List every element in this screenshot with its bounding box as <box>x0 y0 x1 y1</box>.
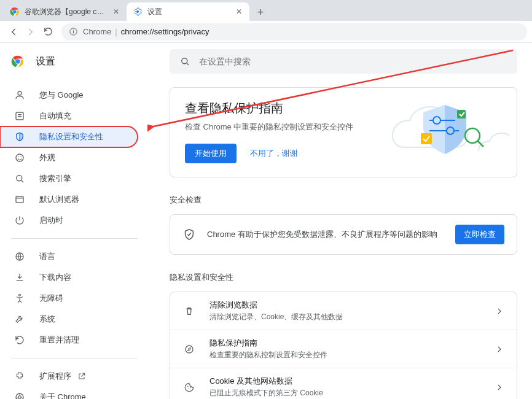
privacy-row-title: 隐私保护指南 <box>209 338 495 349</box>
chevron-right-icon <box>495 344 504 354</box>
sidebar-item-you-and-google[interactable]: 您与 Google <box>0 85 138 106</box>
wrench-icon <box>14 313 26 325</box>
privacy-guide-start-button[interactable]: 开始使用 <box>185 144 237 163</box>
svg-point-8 <box>18 91 22 95</box>
shield-icon <box>14 131 26 143</box>
privacy-row-subtitle: 清除浏览记录、Cookie、缓存及其他数据 <box>209 312 495 322</box>
svg-point-18 <box>18 396 22 399</box>
sidebar-separator <box>11 238 138 239</box>
shield-check-icon <box>182 228 196 241</box>
svg-point-25 <box>186 346 193 353</box>
privacy-guide-card: 查看隐私保护指南 检查 Chrome 中重要的隐私控制设置和安全控件 开始使用 … <box>170 87 517 177</box>
new-tab-button[interactable]: + <box>252 4 269 21</box>
external-link-icon <box>77 372 86 381</box>
sidebar-item-label: 无障碍 <box>39 293 63 304</box>
sidebar-item-on-startup[interactable]: 启动时 <box>0 210 138 231</box>
omnibox-separator: | <box>115 27 117 36</box>
search-icon <box>179 56 190 67</box>
sidebar-separator <box>11 358 138 358</box>
safety-section-label: 安全检查 <box>170 195 517 206</box>
svg-point-19 <box>182 58 187 64</box>
privacy-guide-dismiss-button[interactable]: 不用了，谢谢 <box>244 144 304 163</box>
person-icon <box>14 89 26 101</box>
svg-point-11 <box>18 157 19 158</box>
site-info-icon[interactable] <box>69 27 78 36</box>
tab-strip: 谷歌浏览器【google chrome】 ✕ 设置 ✕ + <box>0 0 532 21</box>
tab-title: 设置 <box>147 7 231 17</box>
svg-rect-22 <box>457 110 466 118</box>
svg-rect-23 <box>421 133 432 144</box>
appearance-icon <box>14 152 26 164</box>
chrome-outline-icon <box>14 391 26 399</box>
sidebar-item-label: 搜索引擎 <box>39 173 71 184</box>
sidebar-item-appearance[interactable]: 外观 <box>0 147 138 168</box>
sidebar-item-label: 隐私设置和安全性 <box>39 131 103 142</box>
privacy-row-subtitle: 检查重要的隐私控制设置和安全控件 <box>209 350 495 360</box>
sidebar-item-downloads[interactable]: 下载内容 <box>0 267 138 288</box>
svg-rect-14 <box>16 196 23 203</box>
svg-point-1 <box>13 10 17 14</box>
sidebar-item-label: 语言 <box>39 251 55 262</box>
privacy-row-subtitle: 已阻止无痕模式下的第三方 Cookie <box>209 388 495 398</box>
back-button[interactable] <box>5 23 22 41</box>
sidebar-item-languages[interactable]: 语言 <box>0 246 138 267</box>
chevron-right-icon <box>495 382 504 392</box>
sidebar-item-privacy[interactable]: 隐私设置和安全性 <box>0 126 138 147</box>
privacy-row-title: 清除浏览数据 <box>209 300 495 311</box>
safety-check-text: Chrome 有助于保护您免受数据泄露、不良扩展程序等问题的影响 <box>207 229 455 240</box>
close-icon[interactable]: ✕ <box>112 7 120 16</box>
svg-point-12 <box>21 157 22 158</box>
settings-search[interactable] <box>170 49 517 74</box>
autofill-icon <box>14 110 26 122</box>
restore-icon <box>14 334 26 346</box>
privacy-row-title: Cookie 及其他网站数据 <box>209 376 495 387</box>
sidebar-item-label: 默认浏览器 <box>39 194 79 205</box>
browser-tab[interactable]: 谷歌浏览器【google chrome】 ✕ <box>4 2 127 21</box>
svg-point-16 <box>19 294 21 296</box>
sidebar-item-system[interactable]: 系统 <box>0 309 138 330</box>
sidebar-item-label: 自动填充 <box>39 110 71 122</box>
close-icon[interactable]: ✕ <box>235 7 243 16</box>
sidebar-item-extensions[interactable]: 扩展程序 <box>0 366 138 387</box>
svg-point-28 <box>190 387 192 389</box>
omnibox[interactable]: Chrome | chrome://settings/privacy <box>61 23 527 41</box>
privacy-list-card: 清除浏览数据 清除浏览记录、Cookie、缓存及其他数据 隐私保护指南 检查重要… <box>170 292 517 399</box>
extension-icon <box>14 370 26 382</box>
sidebar-header: 设置 <box>0 47 149 76</box>
compass-icon <box>182 343 196 356</box>
browser-tab-active[interactable]: 设置 ✕ <box>127 2 249 21</box>
svg-point-5 <box>73 29 74 30</box>
privacy-row-cookies[interactable]: Cookie 及其他网站数据 已阻止无痕模式下的第三方 Cookie <box>170 368 517 399</box>
download-icon <box>14 271 26 284</box>
omnibox-label: Chrome <box>83 27 111 36</box>
svg-point-7 <box>15 59 20 64</box>
reload-button[interactable] <box>39 23 57 41</box>
privacy-row-clear-data[interactable]: 清除浏览数据 清除浏览记录、Cookie、缓存及其他数据 <box>170 292 517 330</box>
sidebar-item-search-engine[interactable]: 搜索引擎 <box>0 168 138 189</box>
power-icon <box>14 214 26 227</box>
sidebar-item-reset[interactable]: 重置并清理 <box>0 330 138 351</box>
globe-icon <box>14 250 26 263</box>
settings-search-input[interactable] <box>199 56 507 66</box>
privacy-guide-illustration <box>386 93 509 166</box>
chrome-logo-icon <box>11 55 25 68</box>
svg-point-2 <box>136 10 139 13</box>
sidebar-item-label: 下载内容 <box>39 272 71 283</box>
browser-icon <box>14 193 26 206</box>
svg-point-26 <box>187 385 189 387</box>
svg-rect-4 <box>73 31 74 34</box>
svg-point-27 <box>189 388 190 389</box>
privacy-row-guide[interactable]: 隐私保护指南 检查重要的隐私控制设置和安全控件 <box>170 330 517 368</box>
sidebar-item-label: 启动时 <box>39 215 63 226</box>
tab-title: 谷歌浏览器【google chrome】 <box>25 7 108 17</box>
sidebar-item-accessibility[interactable]: 无障碍 <box>0 288 138 309</box>
safety-check-button[interactable]: 立即检查 <box>455 225 504 244</box>
sidebar-item-default-browser[interactable]: 默认浏览器 <box>0 189 138 210</box>
sidebar-item-autofill[interactable]: 自动填充 <box>0 106 138 126</box>
settings-main: 查看隐私保护指南 检查 Chrome 中重要的隐私控制设置和安全控件 开始使用 … <box>149 43 532 399</box>
forward-button[interactable] <box>22 23 39 41</box>
omnibox-url: chrome://settings/privacy <box>121 27 209 36</box>
sidebar-item-about-chrome[interactable]: 关于 Chrome <box>0 387 138 399</box>
svg-rect-9 <box>16 112 23 120</box>
accessibility-icon <box>14 292 26 304</box>
